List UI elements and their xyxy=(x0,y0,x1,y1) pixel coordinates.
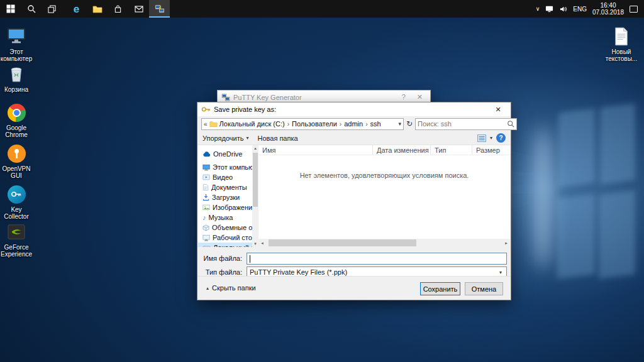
sidebar-item-this-pc[interactable]: Этот компьютер xyxy=(198,162,252,172)
views-dropdown-icon[interactable]: ▾ xyxy=(490,135,492,141)
action-center-icon[interactable] xyxy=(630,6,638,13)
task-view-button[interactable] xyxy=(42,0,62,18)
breadcrumb-separator[interactable]: › xyxy=(339,121,342,128)
desktop-icon-new-text-document[interactable]: Новый текстовы... xyxy=(602,26,641,62)
putty-app-icon xyxy=(221,94,230,101)
desktop-icon-label: Этот компьютер xyxy=(0,48,35,62)
sidebar-item-local-disk[interactable]: Локальный дис xyxy=(198,243,252,247)
desktop-icon-openvpn-gui[interactable]: OpenVPN GUI xyxy=(0,143,35,179)
column-header-date-modified[interactable]: Дата изменения xyxy=(373,145,431,155)
taskbar-mail-button[interactable] xyxy=(128,0,149,18)
organize-label: Упорядочить xyxy=(203,134,243,142)
scroll-left-icon[interactable]: ◂ xyxy=(258,241,266,246)
key-icon xyxy=(201,106,211,112)
taskbar-edge-button[interactable]: e xyxy=(66,0,87,18)
empty-folder-message: Нет элементов, удовлетворяющих условиям … xyxy=(258,172,510,179)
sidebar-item-pictures[interactable]: Изображения xyxy=(198,202,252,212)
sidebar-item-3d-objects[interactable]: Объемные объ xyxy=(198,222,252,233)
cancel-button[interactable]: Отмена xyxy=(465,282,503,295)
sidebar-item-desktop[interactable]: Рабочий стол xyxy=(198,233,252,243)
breadcrumb-segment[interactable]: ssh xyxy=(370,120,380,128)
chevron-down-icon: ▾ xyxy=(246,135,248,141)
save-button[interactable]: Сохранить xyxy=(420,282,460,295)
desktop-icon-google-chrome[interactable]: Google Chrome xyxy=(0,102,35,138)
new-folder-label: Новая папка xyxy=(257,134,297,142)
column-header-size[interactable]: Размер xyxy=(472,145,510,155)
sidebar-scrollbar[interactable]: ▴ ▾ xyxy=(252,145,258,247)
new-folder-button[interactable]: Новая папка xyxy=(257,134,297,142)
scroll-up-icon[interactable]: ▴ xyxy=(252,145,258,151)
breadcrumb-segment[interactable]: Пользователи xyxy=(292,120,337,128)
chevron-up-icon: ▴ xyxy=(206,285,209,291)
start-button[interactable] xyxy=(0,0,21,18)
putty-icon xyxy=(155,4,165,13)
sidebar-item-documents[interactable]: Документы xyxy=(198,182,252,192)
search-box[interactable] xyxy=(415,118,517,130)
onedrive-cloud-icon xyxy=(203,151,211,157)
picture-icon xyxy=(203,204,210,211)
scroll-down-icon[interactable]: ▾ xyxy=(252,241,258,247)
scrollbar-track[interactable] xyxy=(266,239,502,247)
taskbar-file-explorer-button[interactable] xyxy=(87,0,108,18)
sidebar-item-music[interactable]: ♪ Музыка xyxy=(198,212,252,222)
desktop-icon-recycle-bin[interactable]: Корзина xyxy=(0,64,35,93)
scrollbar-thumb[interactable] xyxy=(269,239,416,246)
dialog-close-button[interactable]: ✕ xyxy=(489,106,507,114)
music-note-icon: ♪ xyxy=(203,214,206,221)
column-header-type[interactable]: Тип xyxy=(431,145,472,155)
putty-close-button[interactable]: ✕ xyxy=(417,93,423,101)
hide-folders-button[interactable]: ▴ Скрыть папки xyxy=(206,284,256,292)
taskbar-putty-button[interactable] xyxy=(149,0,170,18)
dialog-title-bar[interactable]: Save private key as: ✕ xyxy=(197,102,511,116)
sidebar-item-downloads[interactable]: Загрузки xyxy=(198,192,252,202)
tray-chevron-icon[interactable]: ∨ xyxy=(536,6,540,12)
refresh-button[interactable]: ↻ xyxy=(406,119,413,128)
help-button[interactable]: ? xyxy=(496,133,506,143)
sidebar-item-onedrive[interactable]: OneDrive xyxy=(198,149,252,159)
clock-time: 16:40 xyxy=(592,2,624,9)
scrollbar-thumb[interactable] xyxy=(253,153,258,207)
desktop-icon-label: Key Collector xyxy=(0,206,35,220)
address-bar[interactable]: « Локальный диск (C:) › Пользователи › a… xyxy=(201,118,404,130)
edge-icon: e xyxy=(74,4,79,14)
file-list: Имя Дата изменения Тип Размер Нет элемен… xyxy=(258,145,510,239)
system-tray: ∨ ENG 16:40 07.03.2018 xyxy=(536,0,644,18)
putty-help-button[interactable]: ? xyxy=(402,93,406,101)
desktop-icon-label: Новый текстовы... xyxy=(602,48,641,62)
horizontal-scrollbar[interactable]: ◂ ▸ xyxy=(258,239,510,247)
scroll-right-icon[interactable]: ▸ xyxy=(502,241,510,246)
column-header-name[interactable]: Имя xyxy=(258,145,373,155)
search-icon xyxy=(27,4,36,13)
views-button[interactable] xyxy=(477,134,486,142)
organize-button[interactable]: Упорядочить ▾ xyxy=(203,134,248,142)
address-dropdown-icon[interactable]: ▾ xyxy=(398,121,401,127)
text-file-icon xyxy=(602,26,641,47)
clock[interactable]: 16:40 07.03.2018 xyxy=(592,2,624,16)
sidebar-item-videos[interactable]: Видео xyxy=(198,172,252,182)
taskbar-search-button[interactable] xyxy=(21,0,42,18)
volume-icon[interactable] xyxy=(559,6,567,13)
taskbar-store-button[interactable] xyxy=(108,0,128,18)
filename-field[interactable] xyxy=(247,253,507,265)
hard-drive-icon xyxy=(203,245,211,248)
desktop-icon-key-collector[interactable]: Key Collector xyxy=(0,184,35,220)
taskbar: e ∨ ENG 16:40 07.03.2018 xyxy=(0,0,644,18)
desktop-icon-geforce-experience[interactable]: GeForce Experience xyxy=(0,222,35,258)
cube-icon xyxy=(203,224,209,231)
sidebar-item-label: Рабочий стол xyxy=(213,234,252,241)
language-indicator[interactable]: ENG xyxy=(573,6,587,13)
network-icon[interactable] xyxy=(545,5,553,13)
desktop-icon-this-pc[interactable]: Этот компьютер xyxy=(0,26,35,62)
openvpn-icon xyxy=(0,143,35,163)
dialog-footer: ▴ Скрыть папки Сохранить Отмена xyxy=(197,276,511,300)
filetype-value: PuTTY Private Key Files (*.ppk) xyxy=(250,268,497,276)
breadcrumb-separator[interactable]: › xyxy=(287,121,290,128)
download-icon xyxy=(203,194,209,201)
search-input[interactable] xyxy=(418,120,507,128)
filename-input[interactable] xyxy=(247,253,506,264)
breadcrumb-separator[interactable]: › xyxy=(365,121,368,128)
breadcrumb-segment[interactable]: admin xyxy=(344,120,363,128)
breadcrumb-overflow-icon[interactable]: « xyxy=(204,121,208,128)
breadcrumb-segment[interactable]: Локальный диск (C:) xyxy=(219,120,285,128)
search-icon[interactable] xyxy=(507,120,514,128)
